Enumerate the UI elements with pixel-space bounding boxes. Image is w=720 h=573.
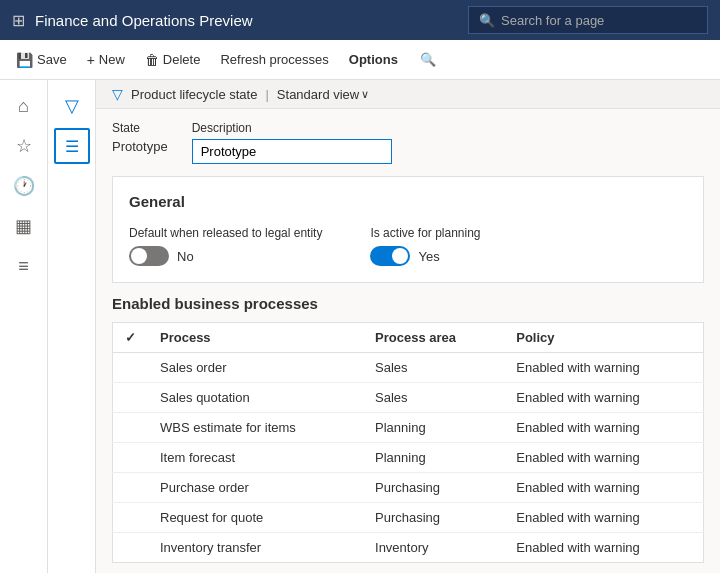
row-policy-cell: Enabled with warning [504, 443, 703, 473]
state-field-group: State Prototype [112, 121, 168, 164]
row-policy-cell: Enabled with warning [504, 533, 703, 563]
second-sidebar: ▽ ☰ [48, 80, 96, 573]
breadcrumb-separator: | [265, 87, 268, 102]
content-area: ▽ Product lifecycle state | Standard vie… [96, 80, 720, 573]
breadcrumb-page: Product lifecycle state [131, 87, 257, 102]
row-check-cell [113, 383, 149, 413]
form-fields: State Prototype Description [96, 109, 720, 164]
description-label: Description [192, 121, 392, 135]
nav-recent-icon[interactable]: 🕐 [6, 168, 42, 204]
table-row: Sales order Sales Enabled with warning [113, 353, 704, 383]
th-policy: Policy [504, 323, 703, 353]
save-icon: 💾 [16, 52, 33, 68]
table-row: Inventory transfer Inventory Enabled wit… [113, 533, 704, 563]
save-button[interactable]: 💾 Save [8, 48, 75, 72]
row-policy-cell: Enabled with warning [504, 353, 703, 383]
business-processes-section: Enabled business processes ✓ Process Pro… [112, 295, 704, 563]
row-check-cell [113, 533, 149, 563]
default-toggle[interactable] [129, 246, 169, 266]
delete-icon: 🗑 [145, 52, 159, 68]
default-label: Default when released to legal entity [129, 226, 322, 240]
row-check-cell [113, 443, 149, 473]
th-area: Process area [363, 323, 504, 353]
toggle-row: Default when released to legal entity No… [129, 226, 687, 266]
row-area-cell: Sales [363, 353, 504, 383]
business-processes-title: Enabled business processes [112, 295, 704, 312]
nav-workspaces-icon[interactable]: ▦ [6, 208, 42, 244]
table-row: Item forecast Planning Enabled with warn… [113, 443, 704, 473]
planning-label: Is active for planning [370, 226, 480, 240]
nav-favorite-icon[interactable]: ☆ [6, 128, 42, 164]
default-toggle-label: No [177, 249, 194, 264]
row-policy-cell: Enabled with warning [504, 413, 703, 443]
breadcrumb-filter-icon: ▽ [112, 86, 123, 102]
th-check: ✓ [113, 323, 149, 353]
main-layout: ⌂ ☆ 🕐 ▦ ≡ ▽ ☰ ▽ Product lifecycle state … [0, 80, 720, 573]
table-row: WBS estimate for items Planning Enabled … [113, 413, 704, 443]
row-process-cell: Sales order [148, 353, 363, 383]
row-policy-cell: Enabled with warning [504, 383, 703, 413]
search-icon: 🔍 [479, 13, 495, 28]
new-button[interactable]: + New [79, 48, 133, 72]
grid-icon: ⊞ [12, 11, 25, 30]
row-process-cell: Sales quotation [148, 383, 363, 413]
planning-toggle-container: Yes [370, 246, 480, 266]
row-check-cell [113, 473, 149, 503]
field-row: State Prototype Description [112, 121, 704, 164]
process-table: ✓ Process Process area Policy Sales orde… [112, 322, 704, 563]
row-process-cell: Request for quote [148, 503, 363, 533]
delete-button[interactable]: 🗑 Delete [137, 48, 209, 72]
planning-toggle-label: Yes [418, 249, 439, 264]
toolbar-search-icon[interactable]: 🔍 [414, 48, 442, 71]
search-placeholder: Search for a page [501, 13, 604, 28]
row-area-cell: Planning [363, 443, 504, 473]
breadcrumb-bar: ▽ Product lifecycle state | Standard vie… [96, 80, 720, 109]
row-check-cell [113, 503, 149, 533]
breadcrumb-view-selector[interactable]: Standard view ∨ [277, 87, 369, 102]
row-policy-cell: Enabled with warning [504, 473, 703, 503]
row-policy-cell: Enabled with warning [504, 503, 703, 533]
general-title: General [129, 193, 687, 210]
row-area-cell: Purchasing [363, 503, 504, 533]
chevron-down-icon: ∨ [361, 88, 369, 101]
search-bar[interactable]: 🔍 Search for a page [468, 6, 708, 34]
table-row: Request for quote Purchasing Enabled wit… [113, 503, 704, 533]
row-process-cell: Purchase order [148, 473, 363, 503]
table-row: Purchase order Purchasing Enabled with w… [113, 473, 704, 503]
row-check-cell [113, 353, 149, 383]
row-area-cell: Sales [363, 383, 504, 413]
refresh-button[interactable]: Refresh processes [212, 48, 336, 71]
default-toggle-container: No [129, 246, 322, 266]
row-check-cell [113, 413, 149, 443]
top-bar: ⊞ Finance and Operations Preview 🔍 Searc… [0, 0, 720, 40]
row-area-cell: Purchasing [363, 473, 504, 503]
planning-toggle-group: Is active for planning Yes [370, 226, 480, 266]
state-value: Prototype [112, 139, 168, 154]
row-process-cell: WBS estimate for items [148, 413, 363, 443]
app-title: Finance and Operations Preview [35, 12, 468, 29]
row-area-cell: Inventory [363, 533, 504, 563]
add-icon: + [87, 52, 95, 68]
toggle-knob-off [131, 248, 147, 264]
sidebar-filter-icon[interactable]: ▽ [54, 88, 90, 124]
toolbar: 💾 Save + New 🗑 Delete Refresh processes … [0, 40, 720, 80]
nav-modules-icon[interactable]: ≡ [6, 248, 42, 284]
row-area-cell: Planning [363, 413, 504, 443]
options-button[interactable]: Options [341, 48, 406, 71]
table-row: Sales quotation Sales Enabled with warni… [113, 383, 704, 413]
row-process-cell: Inventory transfer [148, 533, 363, 563]
general-section: General Default when released to legal e… [112, 176, 704, 283]
th-process: Process [148, 323, 363, 353]
row-process-cell: Item forecast [148, 443, 363, 473]
planning-toggle[interactable] [370, 246, 410, 266]
description-field-group: Description [192, 121, 392, 164]
left-nav: ⌂ ☆ 🕐 ▦ ≡ [0, 80, 48, 573]
sidebar-list-icon[interactable]: ☰ [54, 128, 90, 164]
description-input[interactable] [192, 139, 392, 164]
toggle-knob-on [392, 248, 408, 264]
state-label: State [112, 121, 168, 135]
default-toggle-group: Default when released to legal entity No [129, 226, 322, 266]
table-header-row: ✓ Process Process area Policy [113, 323, 704, 353]
nav-home-icon[interactable]: ⌂ [6, 88, 42, 124]
